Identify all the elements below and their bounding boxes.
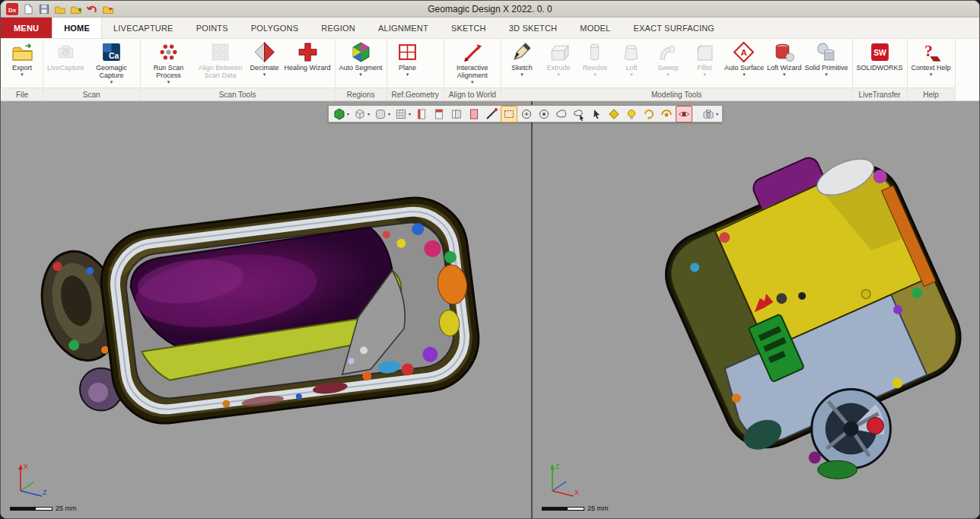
viewport-toolbar: ▾▾▾▾▾ xyxy=(328,105,723,123)
tab-3d-sketch[interactable]: 3D SKETCH xyxy=(498,18,569,38)
diagonal-line-icon xyxy=(485,107,498,121)
dropdown-arrow-icon: ▾ xyxy=(630,72,633,77)
ribbon-button-run-scan-process[interactable]: Run Scan Process▾ xyxy=(143,40,195,85)
ribbon-button-solidworks[interactable]: SWSOLIDWORKS xyxy=(855,40,905,72)
export-folder-icon[interactable] xyxy=(101,2,115,16)
tab-model[interactable]: MODEL xyxy=(568,18,622,38)
align-between-scan-data-icon xyxy=(209,41,231,63)
dropdown-arrow-icon: ▾ xyxy=(263,72,266,77)
ribbon-button-fillet: Fillet▾ xyxy=(686,40,723,78)
healing-wizard-icon xyxy=(297,41,319,63)
plane-view-top-button[interactable] xyxy=(431,106,447,123)
import-folder-icon[interactable] xyxy=(69,2,83,16)
viewport-pane-right[interactable]: Z X 25 mm xyxy=(533,101,979,518)
page-red-icon xyxy=(467,107,481,121)
hexagon-icon xyxy=(332,107,346,121)
ribbon-button-export[interactable]: Export▾ xyxy=(4,40,40,78)
camera-view-button[interactable]: ▾ xyxy=(700,106,720,123)
svg-text:Dx: Dx xyxy=(8,6,17,13)
body-display-button[interactable]: ▾ xyxy=(352,106,371,123)
ribbon-button-sketch[interactable]: Sketch▾ xyxy=(504,40,540,78)
tab-livecapture[interactable]: LIVECAPTURE xyxy=(102,18,185,38)
dropdown-arrow-icon: ▾ xyxy=(21,72,24,77)
ribbon-button-sweep: Sweep▾ xyxy=(650,40,686,78)
fillet-icon xyxy=(693,41,715,63)
select-spot-button[interactable] xyxy=(536,106,552,123)
tab-sketch[interactable]: SKETCH xyxy=(440,18,498,38)
tab-exact-surfacing[interactable]: EXACT SURFACING xyxy=(622,18,726,38)
visibility-button[interactable] xyxy=(676,106,692,123)
bounding-box-button[interactable]: ▾ xyxy=(393,106,412,123)
select-rectangle-button[interactable] xyxy=(501,106,517,123)
circle-plus-icon xyxy=(520,107,533,121)
region-display-button[interactable]: ▾ xyxy=(372,106,392,123)
paint-select-button[interactable] xyxy=(606,106,622,123)
ribbon-group-ref-geometry: Plane▾Ref.Geometry xyxy=(387,39,444,100)
ribbon-button-geomagic-capture[interactable]: CaGeomagic Capture▾ xyxy=(86,40,138,85)
ribbon-group-label: Scan Tools xyxy=(141,88,335,100)
tab-alignment[interactable]: ALIGNMENT xyxy=(367,18,440,38)
orbit-dot-icon xyxy=(660,107,673,121)
rounded-square-icon xyxy=(374,107,387,121)
view-orientation-button[interactable]: ▾ xyxy=(331,106,351,123)
ribbon-group-livetransfer: SWSOLIDWORKSLiveTransfer xyxy=(853,39,908,100)
axis-label-up: X xyxy=(24,463,28,470)
ribbon-button-decimate[interactable]: Decimate▾ xyxy=(247,40,283,78)
scale-label: 25 mm xyxy=(56,505,77,512)
tab-polygons[interactable]: POLYGONS xyxy=(240,18,310,38)
select-freeform-button[interactable] xyxy=(553,106,570,123)
tab-home[interactable]: HOME xyxy=(52,18,102,38)
ribbon-button-solid-primitive[interactable]: Solid Primitive▾ xyxy=(803,40,849,78)
app-logo[interactable]: Dx xyxy=(5,2,19,16)
orbit-button[interactable] xyxy=(641,106,657,123)
tab-menu[interactable]: MENU xyxy=(1,18,52,38)
dropdown-arrow-icon: ▾ xyxy=(557,72,560,77)
auto-surface-icon: A xyxy=(733,41,755,63)
cursor-icon xyxy=(590,107,603,121)
ribbon-button-revolve: Revolve▾ xyxy=(577,40,613,78)
solidworks-icon: SW xyxy=(869,41,891,63)
spin-button[interactable] xyxy=(658,106,675,123)
dropdown-arrow-icon: ▾ xyxy=(368,111,370,116)
light-button[interactable] xyxy=(623,106,640,123)
tab-points[interactable]: POINTS xyxy=(185,18,240,38)
interactive-alignment-icon xyxy=(461,41,483,63)
livecapture-icon xyxy=(55,41,77,63)
dropdown-arrow-icon: ▾ xyxy=(347,111,349,116)
ribbon: Export▾FileLiveCaptureCaGeomagic Capture… xyxy=(1,39,979,101)
axis-triad: Z X xyxy=(543,460,581,500)
section-view-button[interactable] xyxy=(466,106,482,123)
dropdown-arrow-icon: ▾ xyxy=(703,72,706,77)
dropdown-arrow-icon: ▾ xyxy=(110,79,113,84)
save-icon[interactable] xyxy=(37,2,51,16)
ribbon-button-auto-segment[interactable]: Auto Segment▾ xyxy=(338,40,384,78)
new-document-icon[interactable] xyxy=(21,2,35,16)
select-cursor-button[interactable] xyxy=(588,106,605,123)
dropdown-arrow-icon: ▾ xyxy=(783,72,786,77)
select-lasso-button[interactable] xyxy=(571,106,587,123)
tab-region[interactable]: REGION xyxy=(310,18,367,38)
ribbon-button-plane[interactable]: Plane▾ xyxy=(390,40,426,78)
orbit-arrow-icon xyxy=(642,107,656,121)
grid-cube-icon xyxy=(394,107,408,121)
ribbon-button-healing-wizard[interactable]: Healing Wizard xyxy=(283,40,332,72)
sketch-icon xyxy=(511,41,533,63)
axis-label-side: Z xyxy=(43,489,47,496)
ribbon-button-loft: Loft▾ xyxy=(613,40,650,78)
ribbon-group-label: Modeling Tools xyxy=(501,88,852,100)
open-folder-icon[interactable] xyxy=(53,2,67,16)
viewport-pane-left[interactable]: X Z 25 mm xyxy=(1,101,531,518)
select-circle-button[interactable] xyxy=(518,106,535,123)
tab-bar: MENUHOMELIVECAPTUREPOINTSPOLYGONSREGIONA… xyxy=(1,18,979,39)
ribbon-button-auto-surface[interactable]: AAuto Surface▾ xyxy=(723,40,765,78)
ribbon-button-loft-wizard[interactable]: Loft Wizard▾ xyxy=(765,40,803,78)
undo-icon[interactable] xyxy=(85,2,99,16)
plane-view-pages-button[interactable] xyxy=(448,106,465,123)
plane-view-left-button[interactable] xyxy=(413,106,430,123)
ribbon-button-interactive-alignment[interactable]: Interactive Alignment▾ xyxy=(447,40,498,85)
ribbon-group-label: Align to World xyxy=(444,88,501,100)
measure-line-button[interactable] xyxy=(483,106,500,123)
axis-label-side: X xyxy=(574,489,579,496)
ribbon-button-context-help[interactable]: ?Context Help▾ xyxy=(910,40,953,78)
ribbon-group-help: ?Context Help▾Help xyxy=(908,39,956,100)
